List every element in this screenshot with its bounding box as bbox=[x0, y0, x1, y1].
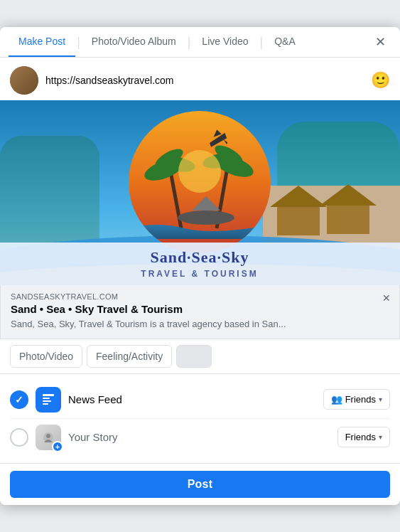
story-audience-label: Friends bbox=[345, 432, 376, 442]
your-story-row: + Your Story Friends ▾ bbox=[10, 418, 390, 456]
tab-separator-2: | bbox=[186, 35, 193, 50]
svg-rect-31 bbox=[43, 398, 50, 399]
svg-text:TRAVEL & TOURISM: TRAVEL & TOURISM bbox=[141, 269, 258, 279]
link-preview-close-button[interactable]: ✕ bbox=[379, 291, 394, 305]
preview-image-container: Sand·Sea·Sky TRAVEL & TOURISM bbox=[0, 100, 400, 285]
svg-point-25 bbox=[178, 211, 234, 225]
post-url: https://sandseaskytravel.com bbox=[45, 75, 364, 86]
story-plus-icon: + bbox=[52, 441, 63, 452]
tab-separator-1: | bbox=[75, 35, 82, 50]
svg-rect-5 bbox=[277, 207, 320, 235]
tab-separator-3: | bbox=[259, 35, 265, 50]
news-feed-audience-button[interactable]: 👥 Friends ▾ bbox=[323, 389, 390, 410]
post-button-row: Post bbox=[0, 464, 400, 505]
tab-make-post[interactable]: Make Post bbox=[9, 27, 75, 57]
story-chevron-icon: ▾ bbox=[379, 433, 382, 441]
svg-point-21 bbox=[178, 150, 221, 193]
news-feed-label: News Feed bbox=[68, 393, 316, 405]
news-feed-svg-icon bbox=[41, 393, 55, 407]
news-feed-row: ✓ News Feed 👥 Friends ▾ bbox=[10, 381, 390, 418]
checkmark-icon: ✓ bbox=[15, 394, 23, 405]
news-feed-checkbox[interactable]: ✓ bbox=[10, 390, 28, 409]
post-button[interactable]: Post bbox=[10, 471, 390, 498]
emoji-button[interactable]: 🙂 bbox=[371, 71, 390, 90]
svg-point-35 bbox=[46, 434, 50, 438]
tab-qa[interactable]: Q&A bbox=[264, 27, 306, 57]
your-story-label: Your Story bbox=[68, 431, 330, 443]
sharing-section: ✓ News Feed 👥 Friends ▾ bbox=[0, 374, 400, 464]
tab-photo-video-album[interactable]: Photo/Video Album bbox=[82, 27, 186, 57]
svg-rect-7 bbox=[327, 206, 369, 234]
svg-text:Sand·Sea·Sky: Sand·Sea·Sky bbox=[150, 248, 249, 266]
feeling-activity-button[interactable]: Feeling/Activity bbox=[87, 345, 172, 368]
news-feed-icon bbox=[36, 387, 61, 413]
svg-rect-30 bbox=[43, 394, 54, 396]
your-story-icon: + bbox=[36, 425, 61, 450]
photo-video-button[interactable]: Photo/Video bbox=[10, 345, 82, 368]
link-preview-card: SANDSEASKYTRAVEL.COM Sand • Sea • Sky Tr… bbox=[0, 285, 400, 339]
your-story-checkbox[interactable] bbox=[10, 428, 28, 447]
svg-rect-32 bbox=[43, 400, 51, 402]
avatar bbox=[10, 66, 38, 95]
more-actions-pill[interactable] bbox=[176, 345, 212, 368]
news-feed-audience-label: Friends bbox=[345, 394, 376, 405]
create-post-modal: Make Post | Photo/Video Album | Live Vid… bbox=[0, 27, 400, 504]
link-title: Sand • Sea • Sky Travel & Tourism bbox=[11, 303, 389, 315]
link-description: Sand, Sea, Sky, Travel & Tourism is a tr… bbox=[11, 318, 389, 331]
user-row: https://sandseaskytravel.com 🙂 bbox=[0, 58, 400, 100]
your-story-audience-button[interactable]: Friends ▾ bbox=[337, 427, 390, 447]
modal-header: Make Post | Photo/Video Album | Live Vid… bbox=[0, 27, 400, 58]
avatar-image bbox=[10, 66, 38, 95]
tab-live-video[interactable]: Live Video bbox=[192, 27, 258, 57]
friends-icon: 👥 bbox=[331, 394, 342, 405]
chevron-down-icon: ▾ bbox=[379, 395, 382, 403]
link-domain: SANDSEASKYTRAVEL.COM bbox=[11, 292, 389, 301]
svg-rect-33 bbox=[43, 403, 48, 405]
close-button[interactable]: ✕ bbox=[369, 31, 391, 53]
beach-scene-svg: Sand·Sea·Sky TRAVEL & TOURISM bbox=[0, 100, 400, 285]
action-buttons-row: Photo/Video Feeling/Activity bbox=[0, 339, 400, 374]
